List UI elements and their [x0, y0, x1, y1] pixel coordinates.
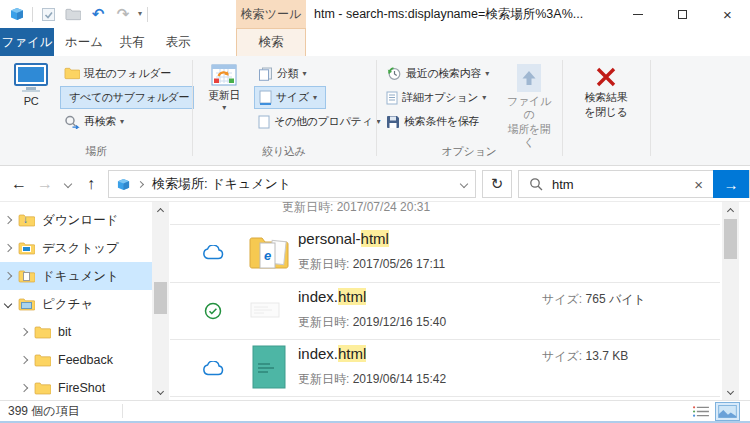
maximize-icon	[678, 10, 687, 19]
list-scrollbar-thumb[interactable]	[724, 219, 737, 259]
tab-search[interactable]: 検索	[236, 28, 306, 56]
chevron-right-icon[interactable]	[0, 273, 16, 279]
ribbon-pc-button[interactable]: PC	[6, 63, 56, 108]
ribbon-tab-row: ファイル ホーム 共有 表示 検索 ?	[0, 28, 750, 56]
group-label-refine: 絞り込み	[192, 144, 376, 159]
address-bar[interactable]: 検索場所: ドキュメント	[108, 170, 476, 198]
address-dropdown-icon[interactable]	[460, 180, 468, 188]
sidebar-item-bit[interactable]: bit	[0, 318, 152, 346]
dropdown-caret-icon: ▾	[485, 70, 489, 78]
refresh-button[interactable]: ↻	[482, 170, 512, 198]
sidebar-item-fireshot[interactable]: FireShot	[0, 374, 152, 402]
tab-view[interactable]: 表示	[156, 28, 200, 56]
dropdown-caret-icon: ▾	[120, 118, 124, 126]
save-floppy-icon	[386, 115, 400, 129]
chevron-right-icon[interactable]	[0, 245, 16, 251]
chevron-right-icon[interactable]	[16, 385, 32, 391]
file-row-index-html-1[interactable]: index.html サイズ: 765 バイト 更新日時: 2019/12/16…	[170, 282, 722, 339]
chevron-down-icon	[64, 180, 72, 188]
file-size: サイズ: 13.7 KB	[542, 348, 628, 365]
ribbon: PC 現在のフォルダー すべてのサブフォルダー 再検索 ▾ 場所 更新日 ▾ 分…	[0, 56, 750, 166]
title-bar: ↶ ↷ ▾ 検索ツール htm - search-ms:displayname=…	[0, 0, 750, 28]
open-file-location-icon	[516, 63, 542, 93]
qat-separator	[32, 7, 33, 22]
chevron-right-icon[interactable]	[16, 357, 32, 363]
maximize-button[interactable]	[660, 0, 705, 28]
documents-folder-icon	[18, 270, 35, 283]
clear-search-icon[interactable]: ×	[684, 176, 713, 193]
folder-icon	[34, 326, 51, 339]
file-date-modified: 更新日時: 2019/12/16 15:40	[298, 314, 446, 331]
search-input[interactable]	[552, 177, 684, 192]
qat-redo-button[interactable]: ↷	[113, 4, 133, 24]
dropdown-caret-icon: ▾	[482, 94, 486, 102]
ribbon-current-folder-button[interactable]: 現在のフォルダー	[60, 62, 175, 85]
sidebar-item-feedback[interactable]: Feedback	[0, 346, 152, 374]
file-name[interactable]: index.html	[298, 345, 366, 362]
breadcrumb-path[interactable]: 検索場所: ドキュメント	[152, 175, 291, 193]
dropdown-caret-icon: ▾	[222, 104, 226, 112]
chevron-down-icon[interactable]	[0, 301, 16, 307]
ribbon-all-subfolders-button[interactable]: すべてのサブフォルダー	[60, 86, 194, 109]
sidebar-item-desktop[interactable]: デスクトップ	[0, 234, 152, 262]
file-name[interactable]: index.html	[298, 288, 366, 305]
list-scroll-down-icon[interactable]	[722, 384, 739, 398]
forward-button[interactable]: →	[32, 170, 58, 198]
onedrive-cloud-icon	[202, 361, 224, 380]
ribbon-kind-button[interactable]: 分類 ▾	[254, 62, 310, 85]
ribbon-open-file-location-button[interactable]: ファイルの 場所を開く	[502, 63, 556, 149]
chevron-right-icon[interactable]	[0, 217, 16, 223]
ribbon-search-again-button[interactable]: 再検索 ▾	[60, 110, 128, 133]
close-button[interactable]: ×	[705, 0, 750, 28]
qat-undo-button[interactable]: ↶	[88, 4, 108, 24]
search-term-highlight: html	[338, 288, 366, 305]
search-icon	[529, 177, 543, 191]
sidebar-scroll-down-icon[interactable]	[152, 384, 169, 398]
search-box[interactable]: × →	[518, 170, 750, 198]
navigation-bar: ← → ↑ 検索場所: ドキュメント ↻ × →	[0, 166, 750, 202]
list-scroll-up-icon[interactable]	[722, 204, 739, 218]
ribbon-other-properties-button[interactable]: その他のプロパティ ▾	[254, 110, 384, 133]
qat-new-folder-button[interactable]	[63, 4, 83, 24]
search-term-highlight: html	[361, 230, 389, 247]
sidebar-item-downloads[interactable]: ↓ ダウンロード	[0, 206, 152, 234]
back-button[interactable]: ←	[6, 170, 32, 198]
tab-file[interactable]: ファイル	[0, 28, 54, 56]
ribbon-recent-searches-button[interactable]: 最近の検索内容 ▾	[382, 62, 493, 85]
sidebar-item-documents[interactable]: ドキュメント	[0, 262, 152, 290]
file-row-index-html-2[interactable]: index.html サイズ: 13.7 KB 更新日時: 2019/06/14…	[170, 339, 722, 396]
minimize-button[interactable]	[615, 0, 660, 28]
details-view-button[interactable]	[690, 403, 713, 420]
details-view-icon	[692, 405, 711, 418]
contextual-tab-search-tools[interactable]: 検索ツール	[236, 0, 306, 28]
up-button[interactable]: ↑	[78, 170, 104, 198]
ribbon-close-search-button[interactable]: 検索結果 を閉じる	[568, 65, 644, 119]
search-go-button[interactable]: →	[713, 170, 749, 198]
qat-properties-button[interactable]	[38, 4, 58, 24]
ribbon-size-button[interactable]: サイズ ▾	[254, 86, 326, 109]
search-again-icon	[64, 115, 80, 129]
folder-icon	[34, 354, 51, 367]
thumbnail-view-button[interactable]	[715, 402, 740, 421]
faint-document-icon	[250, 302, 280, 322]
sidebar-item-pictures[interactable]: ピクチャ	[0, 290, 152, 318]
ribbon-save-search-button[interactable]: 検索条件を保存	[382, 110, 483, 133]
window-title: htm - search-ms:displayname=検索場所%3A%...	[314, 0, 583, 28]
sidebar-scroll-up-icon[interactable]	[152, 204, 169, 218]
qat-customize-caret-icon[interactable]: ▾	[138, 10, 142, 18]
tab-share[interactable]: 共有	[110, 28, 154, 56]
ribbon-advanced-options-button[interactable]: 詳細オプション ▾	[382, 86, 490, 109]
tab-home[interactable]: ホーム	[60, 28, 108, 56]
recent-locations-button[interactable]	[58, 170, 78, 198]
properties-check-icon	[41, 7, 56, 22]
ribbon-date-modified-button[interactable]: 更新日 ▾	[198, 63, 250, 112]
group-divider	[376, 60, 377, 156]
onedrive-synced-check-icon	[204, 302, 222, 324]
file-row-personal-html[interactable]: e personal-html 更新日時: 2017/05/26 17:11	[170, 224, 722, 282]
group-label-options: オプション	[376, 144, 562, 159]
status-divider	[122, 404, 123, 418]
sidebar-scrollbar-thumb[interactable]	[154, 282, 167, 314]
file-name[interactable]: personal-html	[298, 230, 389, 247]
breadcrumb-chevron-icon[interactable]	[137, 180, 144, 187]
chevron-right-icon[interactable]	[16, 329, 32, 335]
